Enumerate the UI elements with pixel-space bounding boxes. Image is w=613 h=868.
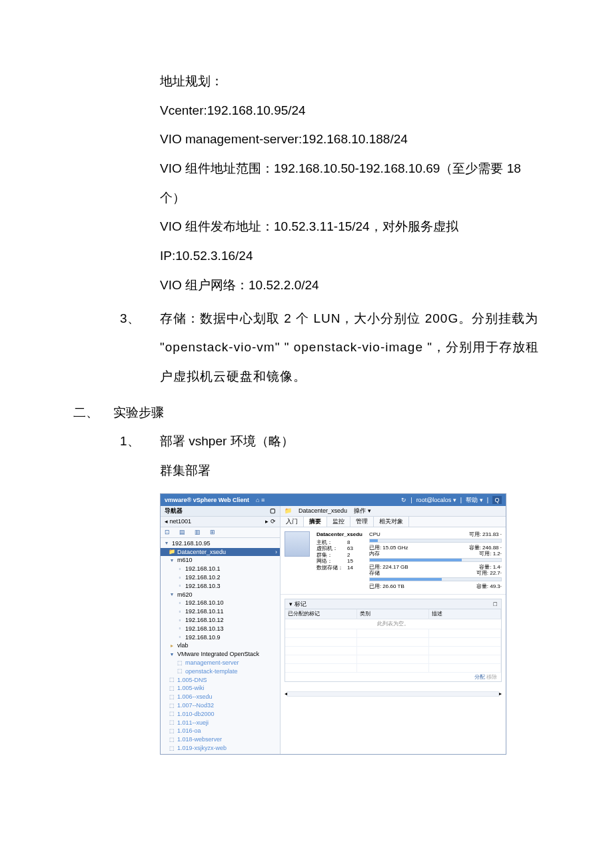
tree-row[interactable]: ▾m610: [161, 556, 280, 565]
scroll-right-icon[interactable]: ▸: [499, 691, 502, 697]
tree-item-label: 192.168.10.2: [185, 574, 221, 581]
tree-row[interactable]: ⬚openstack-template: [161, 667, 280, 676]
navigator-panel: 导航器 ▢ ◂ net1001 ▸ ⟳ ⊡ ▤ ▥ ⊞ ▾192.168.10.…: [161, 506, 281, 753]
view-icon-4[interactable]: ⊞: [210, 529, 215, 536]
cluster-title: 群集部署: [160, 456, 540, 485]
assign-link[interactable]: 分配: [474, 674, 485, 680]
resource-stats: CPU可用: 231.83 ·已用: 15.05 GHz容量: 246.88 ·…: [369, 531, 502, 590]
tree-row[interactable]: ▫192.168.10.3: [161, 582, 280, 591]
tab-bar: 入门摘要监控管理相关对象: [281, 517, 506, 527]
tree-row[interactable]: ⬚1.018-webserver: [161, 735, 280, 744]
tree-row[interactable]: ▫192.168.10.13: [161, 625, 280, 633]
tree-row[interactable]: ▫192.168.10.10: [161, 599, 280, 607]
tree-row[interactable]: ⬚1.019-xsjkyzx-web: [161, 744, 280, 753]
tag-cell: [357, 655, 429, 664]
tag-cell: [285, 629, 357, 638]
tree-row[interactable]: ▫192.168.10.12: [161, 616, 280, 625]
actions-menu[interactable]: 操作 ▾: [354, 507, 371, 515]
view-icon-2[interactable]: ▤: [179, 529, 185, 536]
tree-item-icon: ▫: [177, 575, 183, 581]
user-menu[interactable]: root@localos ▾: [416, 497, 456, 504]
tree-item-label: 1.006--xsedu: [177, 693, 213, 701]
kv-value: 8: [347, 539, 350, 546]
tab-3[interactable]: 管理: [350, 517, 374, 527]
stat-free: 可用: 231.83 ·: [469, 531, 502, 538]
stat-label: 内存: [369, 551, 380, 557]
tag-cell: [429, 655, 501, 664]
tree-item-label: VMware Integrated OpenStack: [177, 651, 259, 658]
tab-2[interactable]: 监控: [327, 517, 350, 527]
divider: |: [460, 497, 462, 504]
tree-item-label: 1.005-DNS: [177, 677, 207, 684]
divider: |: [487, 497, 488, 504]
nav-pin-icon[interactable]: ▢: [270, 507, 276, 515]
crumb-name: Datacenter_xsedu: [299, 507, 347, 515]
app-brand: vmware® vSphere Web Client: [165, 497, 249, 504]
scroll-track[interactable]: [287, 691, 499, 697]
tree-row[interactable]: ▫192.168.10.9: [161, 633, 280, 642]
refresh-icon[interactable]: ↻: [401, 497, 406, 504]
tab-0[interactable]: 入门: [281, 517, 304, 527]
help-menu[interactable]: 帮助 ▾: [466, 497, 483, 504]
tree-row[interactable]: ⬚1.010-db2000: [161, 710, 280, 719]
tags-header[interactable]: ▾ 标记: [289, 601, 306, 608]
tree-item-label: 192.168.10.10: [185, 599, 224, 607]
tree-item-label: 192.168.10.3: [185, 583, 221, 590]
vsphere-screenshot: vmware® vSphere Web Client ⌂ ≡ ↻ | root@…: [160, 493, 506, 755]
tree-row[interactable]: ⬚1.005-wiki: [161, 684, 280, 693]
tag-cell: [357, 647, 429, 655]
tree-item-icon: ▫: [177, 600, 183, 607]
tab-4[interactable]: 相关对象: [374, 517, 409, 527]
remove-link[interactable]: 移除: [486, 674, 497, 680]
tree-row[interactable]: ⬚1.007--Nod32: [161, 701, 280, 710]
tree-item-icon: ⬚: [169, 711, 175, 717]
section-2: 二、 实验步骤: [73, 398, 540, 427]
vcenter-line: Vcenter:192.168.10.95/24: [160, 96, 540, 125]
tag-cell: [357, 629, 429, 638]
tree-row[interactable]: ⬚1.016-oa: [161, 727, 280, 735]
item-3-body: 存储：数据中心划取 2 个 LUN，大小分别位 200G。分别挂载为 "open…: [160, 304, 540, 391]
tags-toggle-icon[interactable]: □: [494, 601, 497, 608]
tag-cell: [285, 655, 357, 664]
stat-bar: [369, 539, 502, 543]
home-icon[interactable]: ⌂ ≡: [256, 497, 265, 504]
tree-item-icon: ⬚: [169, 703, 175, 709]
tag-cell: [357, 664, 429, 673]
view-icon-1[interactable]: ⊡: [165, 529, 170, 536]
tree-row[interactable]: ▾m620: [161, 591, 280, 599]
kv-key: 主机：: [316, 539, 343, 546]
tree-item-label: 192.168.10.12: [185, 617, 224, 624]
nav-back[interactable]: ◂ net1001 ▸ ⟳: [161, 517, 280, 527]
tree-row[interactable]: ▸vlab: [161, 641, 280, 650]
stat-label: CPU: [369, 531, 380, 538]
tree-item-icon: ▫: [177, 566, 183, 573]
kv-key: 群集：: [316, 552, 343, 559]
tree-row[interactable]: ⬚management-server: [161, 659, 280, 667]
tag-col-header: 类别: [357, 609, 429, 619]
stat-header: 存储可用: 22.7·: [369, 570, 502, 577]
tree-row[interactable]: 📁Datacenter_xsedu›: [161, 548, 280, 557]
tree-row[interactable]: ▾VMware Integrated OpenStack: [161, 650, 280, 659]
tab-1[interactable]: 摘要: [304, 517, 327, 527]
search-icon[interactable]: Q: [492, 496, 502, 505]
step-1: 1、 部署 vshper 环境（略）: [120, 427, 540, 456]
tree-row[interactable]: ⬚1.011--xueji: [161, 719, 280, 727]
stat-footer: 已用: 224.17 GB容量: 1.4·: [369, 564, 502, 571]
tree-row[interactable]: ⬚1.005-DNS: [161, 676, 280, 685]
tree-item-icon: ▾: [169, 651, 175, 658]
view-icon-3[interactable]: ▥: [195, 529, 201, 536]
tree-item-icon: ▾: [169, 557, 175, 564]
tree-row[interactable]: ▫192.168.10.11: [161, 607, 280, 616]
tree-row[interactable]: ▾192.168.10.95: [161, 539, 280, 548]
stat-bar: [369, 558, 502, 562]
tree-item-icon: ▫: [177, 634, 183, 641]
nav-header: 导航器 ▢: [161, 506, 280, 517]
section-2-num: 二、: [73, 398, 113, 427]
tree-row[interactable]: ▫192.168.10.2: [161, 573, 280, 582]
tree-item-icon: ▫: [177, 609, 183, 615]
breadcrumb: 📁 Datacenter_xsedu 操作 ▾: [281, 506, 506, 517]
tree-row[interactable]: ⬚1.006--xsedu: [161, 693, 280, 701]
tree-row[interactable]: ▫192.168.10.1: [161, 565, 280, 573]
tree-item-label: 192.168.10.95: [172, 540, 211, 547]
kv-row: 群集：2: [316, 552, 362, 559]
